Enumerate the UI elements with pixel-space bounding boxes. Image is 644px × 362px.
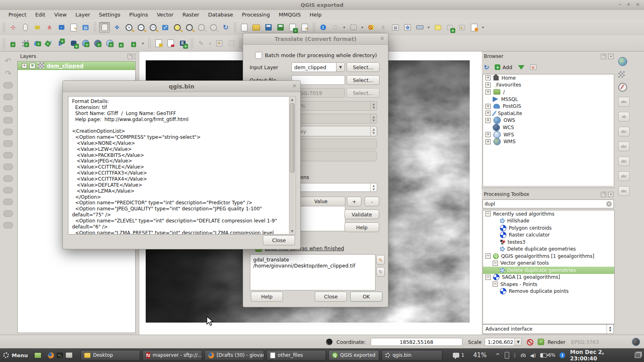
taskbar-window-mapserver[interactable]: fz mapserver - sftp://...	[142, 350, 202, 360]
menu-settings[interactable]: Settings	[95, 11, 125, 19]
toolbar-handle[interactable]	[239, 38, 242, 49]
info-icon[interactable]: i	[559, 352, 565, 358]
profile-combo[interactable]: ▲▼	[291, 183, 377, 192]
browser-item-favourites[interactable]: +☆Favourites	[483, 82, 614, 89]
fill-ring-icon[interactable]	[3, 129, 13, 135]
float-panel-icon[interactable]: ❐	[128, 54, 133, 59]
add-part-icon[interactable]	[3, 117, 13, 123]
close-button[interactable]: Close	[263, 235, 295, 245]
browser-item-home[interactable]: +Home	[483, 74, 614, 82]
raster-grid-icon[interactable]	[618, 71, 625, 78]
add-wcs-layer-icon[interactable]	[93, 38, 103, 48]
browser-item-wcs[interactable]: WCS	[483, 124, 614, 131]
browser-item-wms[interactable]: +WMS	[483, 138, 614, 145]
undo-icon[interactable]: ↶	[5, 57, 11, 64]
toolbox-search-input[interactable]: dupl ✕	[483, 200, 614, 208]
field-calculator-icon[interactable]: ᠅	[402, 23, 413, 33]
folder-launcher-icon[interactable]	[66, 352, 72, 358]
copy-layer-icon[interactable]	[153, 38, 163, 48]
scale-combo[interactable]: 1:206,602 ▼	[485, 338, 522, 346]
new-shapefile-dropdown[interactable]: ▾	[141, 38, 145, 48]
menu-project[interactable]: Project	[4, 11, 31, 19]
compass-icon[interactable]	[618, 83, 627, 92]
run-feature-action-dropdown[interactable]: ▾	[342, 23, 346, 33]
toolbar-handle[interactable]	[2, 22, 5, 33]
input-layer-combo[interactable]: dem_clipped ▼	[291, 62, 345, 72]
browser-item-root[interactable]: +/	[483, 88, 614, 96]
spinner-icons[interactable]: ▲▼	[607, 325, 613, 333]
float-panel-icon[interactable]: ❐	[601, 54, 606, 59]
layer-visibility-checkbox[interactable]: ×	[29, 63, 35, 69]
open-project-icon[interactable]	[251, 23, 261, 33]
menu-help[interactable]: Help	[305, 11, 326, 19]
toolbox-group-qgis[interactable]: −QQGIS geoalgorithms [1 geoalgorithms]	[483, 253, 614, 260]
panel-splitter[interactable]	[481, 186, 616, 190]
close-icon[interactable]: ✕	[380, 35, 384, 41]
globe-capture-icon[interactable]	[618, 57, 627, 66]
label-abc-2-icon[interactable]: ab	[618, 112, 630, 121]
window-titlebar[interactable]: QGIS exported – + ×	[0, 0, 644, 10]
menu-button[interactable]: Menu	[3, 352, 28, 358]
toggle-editing-dropdown[interactable]: ▾	[208, 38, 212, 48]
scroll-up-icon[interactable]: ▲	[291, 97, 293, 102]
remove-option-button[interactable]: -	[365, 197, 379, 206]
export-map-icon[interactable]	[469, 23, 479, 33]
save-project-as-icon[interactable]	[275, 23, 285, 33]
menu-vector[interactable]: Vector	[153, 11, 178, 19]
browser-item-ows[interactable]: +OWS	[483, 117, 614, 124]
delete-ring-icon[interactable]	[3, 140, 13, 147]
reset-command-icon[interactable]: ↻	[376, 267, 385, 277]
window-stack-icon[interactable]	[635, 353, 641, 358]
add-oracle-layer-icon[interactable]	[68, 38, 78, 48]
zoom-in-icon[interactable]: +	[124, 23, 134, 33]
toolbox-algorithm[interactable]: Delete duplicate geometries	[483, 246, 614, 253]
taskbar-window-desktop[interactable]: Desktop	[80, 350, 140, 360]
properties-icon[interactable]: ▤	[530, 64, 537, 70]
minimize-icon[interactable]: –	[619, 1, 622, 7]
zoom-actual-icon[interactable]: 1:1	[148, 23, 158, 33]
export-map-dropdown[interactable]: ▾	[481, 23, 485, 33]
simplify-feature-icon[interactable]	[3, 94, 13, 100]
crosshair-icon[interactable]: ⊹	[8, 23, 18, 33]
select-by-expression-icon[interactable]: ε	[378, 23, 388, 33]
new-shapefile-icon[interactable]: V	[129, 38, 139, 48]
new-project-icon[interactable]	[239, 23, 249, 33]
menu-processing[interactable]: Processing	[237, 11, 274, 19]
measure-icon[interactable]	[415, 23, 425, 33]
zoom-to-selection-icon[interactable]	[172, 23, 182, 33]
layer-row-dem-clipped[interactable]: + × dem_clipped	[18, 62, 135, 70]
bluetooth-icon[interactable]: ᛒ	[513, 352, 516, 358]
taskbar-window-qgis-bin[interactable]: qgis.bin	[382, 350, 442, 360]
menu-plugins[interactable]: Plugins	[125, 11, 153, 19]
stop-edits-icon[interactable]	[526, 339, 533, 345]
float-panel-icon[interactable]: ❐	[601, 192, 606, 197]
pan-to-selection-icon[interactable]: ✥	[112, 23, 122, 33]
save-layer-edits-icon[interactable]: ✦	[214, 38, 224, 48]
remove-layer-icon[interactable]	[165, 38, 175, 48]
toggle-editing-icon[interactable]: ✎	[196, 38, 206, 48]
label-abc-6-icon[interactable]: abc	[618, 171, 630, 181]
taskbar-window-qgis[interactable]: Q QGIS exported	[328, 350, 379, 360]
coordinate-input[interactable]: 18582,55168	[371, 338, 462, 346]
help-button[interactable]: Help	[251, 292, 283, 302]
toolbox-group-shapes-points[interactable]: −Shapes - Points	[483, 281, 614, 288]
add-vector-layer-icon[interactable]: V	[8, 38, 18, 48]
refresh-icon[interactable]: ↻	[484, 64, 489, 71]
split-features-icon[interactable]	[3, 187, 13, 193]
pan-hand-icon[interactable]	[99, 22, 110, 33]
translate-dialog-titlebar[interactable]: Translate (Convert format) ✕	[243, 33, 388, 45]
close-icon[interactable]: ✕	[292, 83, 297, 89]
validate-button[interactable]: Validate	[345, 210, 379, 219]
split-parts-icon[interactable]	[3, 199, 13, 205]
chevron-up-icon[interactable]: ^	[495, 352, 500, 358]
new-bookmark-icon[interactable]	[445, 23, 455, 33]
node-edit-icon[interactable]	[32, 23, 42, 33]
notification-applet[interactable]: 1	[453, 352, 464, 358]
batch-mode-checkbox[interactable]	[255, 52, 262, 59]
toolbox-algorithm[interactable]: Polygon centroids	[483, 224, 614, 232]
ok-button[interactable]: OK	[350, 292, 382, 302]
filter-icon[interactable]	[518, 65, 524, 70]
deselect-icon[interactable]: ⃠	[366, 23, 376, 33]
toolbar-handle[interactable]	[233, 22, 236, 33]
crs-globe-icon[interactable]	[632, 338, 640, 346]
